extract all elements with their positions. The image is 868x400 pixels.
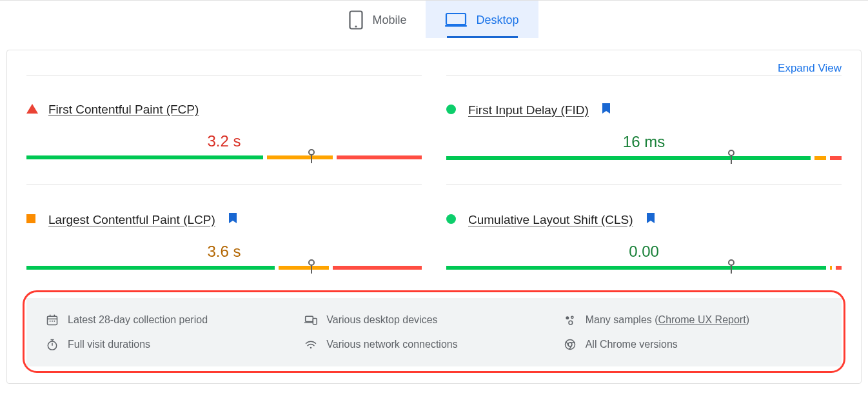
footnote-samples-text: Many samples (Chrome UX Report) [586,314,749,326]
tab-mobile-label: Mobile [372,14,406,27]
footnote-period: Latest 28-day collection period [46,314,304,326]
footnotes-grid: Latest 28-day collection period Various … [26,298,842,366]
tab-desktop-label: Desktop [476,14,518,27]
circle-good-icon [446,214,458,226]
footnote-devices: Various desktop devices [304,314,563,326]
metric-fid: First Input Delay (FID) 16 ms [446,75,842,185]
marker-icon [311,149,312,163]
bookmark-icon [602,103,611,117]
samples-icon [564,314,577,326]
svg-rect-2 [446,14,466,25]
marker-icon [731,150,732,164]
chrome-ux-report-link[interactable]: Chrome UX Report [658,314,746,325]
metric-fcp: First Contentful Paint (FCP) 3.2 s [26,75,422,185]
metric-lcp-value: 3.6 s [26,243,422,261]
bookmark-icon [646,212,655,227]
circle-good-icon [446,105,458,116]
footnote-durations-text: Full visit durations [68,339,150,350]
footnote-samples: Many samples (Chrome UX Report) [564,314,822,326]
desktop-icon [445,12,467,28]
metric-fcp-title[interactable]: First Contentful Paint (FCP) [48,103,199,117]
metric-cls-value: 0.00 [446,243,842,261]
device-tabs: Mobile Desktop [0,1,868,38]
metrics-card: Expand View First Contentful Paint (FCP)… [6,50,862,384]
metric-cls-title[interactable]: Cumulative Layout Shift (CLS) [468,213,633,227]
devices-icon [304,314,317,326]
marker-icon [311,259,312,274]
metric-cls-bar [446,265,842,271]
square-ni-icon [26,214,38,226]
footnote-versions-text: All Chrome versions [586,339,678,350]
chrome-icon [564,338,577,351]
svg-point-16 [569,321,573,325]
footnote-network-text: Various network connections [326,339,457,350]
bookmark-icon [228,212,237,227]
svg-point-14 [566,316,569,319]
triangle-poor-icon [26,104,38,115]
footnote-period-text: Latest 28-day collection period [68,314,208,326]
metric-fid-bar [446,155,842,161]
svg-rect-11 [306,316,313,321]
svg-point-1 [355,25,357,27]
svg-point-9 [52,321,53,322]
metrics-grid: First Contentful Paint (FCP) 3.2 s First… [26,75,842,294]
metric-fcp-bar [26,154,422,161]
footnote-versions: All Chrome versions [564,338,822,351]
calendar-icon [46,314,59,326]
expand-view-link[interactable]: Expand View [778,62,842,75]
metric-fid-value: 16 ms [446,133,842,151]
metric-fid-title[interactable]: First Input Delay (FID) [468,103,589,117]
footnotes-section: Latest 28-day collection period Various … [26,298,842,366]
network-icon [304,338,317,351]
mobile-icon [349,10,363,30]
metric-fcp-value: 3.2 s [26,132,422,150]
svg-rect-13 [313,319,317,325]
svg-point-10 [54,321,55,322]
svg-point-15 [571,316,573,318]
svg-point-8 [50,321,51,322]
svg-point-21 [310,347,312,349]
tab-mobile[interactable]: Mobile [330,1,426,38]
footnote-network: Various network connections [304,338,563,351]
tab-desktop[interactable]: Desktop [426,1,538,38]
expand-row: Expand View [26,50,842,75]
metric-lcp-bar [26,265,422,271]
stopwatch-icon [46,338,59,351]
metric-lcp-title[interactable]: Largest Contentful Paint (LCP) [48,213,215,227]
footnote-durations: Full visit durations [46,338,304,351]
marker-icon [731,259,732,274]
svg-rect-3 [445,25,467,27]
metric-lcp: Largest Contentful Paint (LCP) 3.6 s [26,185,422,294]
footnote-devices-text: Various desktop devices [326,314,437,326]
metric-cls: Cumulative Layout Shift (CLS) 0.00 [446,185,842,294]
